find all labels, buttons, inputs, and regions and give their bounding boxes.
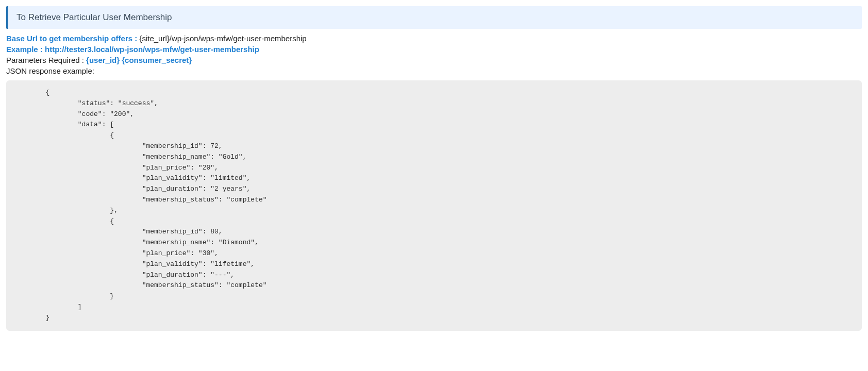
- example-url[interactable]: http://tester3.local/wp-json/wps-mfw/get…: [45, 45, 259, 54]
- base-url-line: Base Url to get membership offers : {sit…: [6, 34, 862, 43]
- json-response-label: JSON response example:: [6, 66, 862, 75]
- json-code-block: { "status": "success", "code": "200", "d…: [6, 80, 862, 331]
- base-url-value: {site_url}/wp-json/wps-mfw/get-user-memb…: [139, 34, 306, 43]
- document-container: To Retrieve Particular User Membership B…: [0, 0, 868, 344]
- example-line: Example : http://tester3.local/wp-json/w…: [6, 45, 862, 54]
- parameters-value: {user_id} {consumer_secret}: [86, 56, 192, 64]
- parameters-line: Parameters Required : {user_id} {consume…: [6, 56, 862, 64]
- base-url-label: Base Url to get membership offers :: [6, 34, 139, 43]
- example-label: Example :: [6, 45, 45, 54]
- parameters-label: Parameters Required :: [6, 56, 86, 64]
- callout-box: To Retrieve Particular User Membership: [6, 6, 862, 29]
- callout-title: To Retrieve Particular User Membership: [16, 12, 172, 22]
